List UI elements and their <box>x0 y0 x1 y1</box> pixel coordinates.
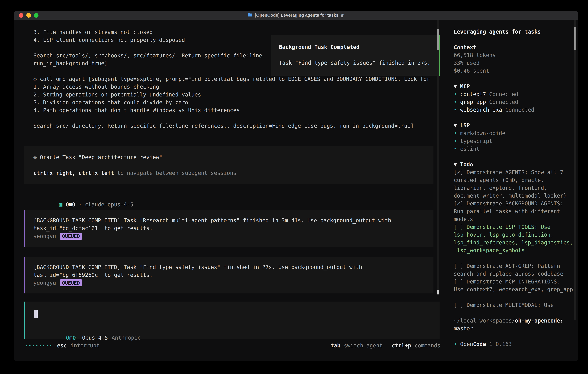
ctrlp-key-label: commands <box>415 342 441 350</box>
workspace-path: ~/local-workspaces/oh-my-opencode: <box>454 317 575 325</box>
context-spent: $0.46 spent <box>454 67 575 75</box>
sidebar-scrollbar-thumb[interactable] <box>574 27 577 50</box>
input-meta-row: OmOOpus 4.5Anthropic <box>34 326 141 334</box>
agent-name: OmO <box>66 201 75 208</box>
minimize-button[interactable] <box>26 13 31 18</box>
todo-section-heading[interactable]: ▼ Todo <box>454 161 575 168</box>
active-agent-label[interactable]: OmO <box>66 335 76 341</box>
prompt-input[interactable]: OmOOpus 4.5Anthropic <box>24 301 440 339</box>
bullet-icon: • <box>454 146 457 152</box>
session-progress-icon: ◐ <box>341 13 345 18</box>
notification-toast[interactable]: Background Task Completed Task "Find typ… <box>271 35 440 76</box>
terminal-window: [OpenCode] Leveraging agents for tasks ◐… <box>14 11 578 361</box>
notification-title: Background Task Completed <box>279 43 431 51</box>
bullet-icon: • <box>454 107 457 113</box>
message-author: yeongyu <box>33 280 56 286</box>
tab-key-label: switch agent <box>344 342 383 350</box>
traffic-lights <box>19 13 39 18</box>
ctrlp-key-hint: ctrl+p <box>392 342 411 350</box>
main-scrollbar-thumb[interactable] <box>437 29 439 50</box>
message-text: [BACKGROUND TASK COMPLETED] Task "Find t… <box>33 263 433 271</box>
session-title: Leveraging agents for tasks <box>454 28 575 36</box>
message-text: task_id="bg_6f59260c" to get results. <box>33 271 433 279</box>
agent-icon: ▣ <box>59 201 62 208</box>
mcp-section-heading[interactable]: ▼ MCP <box>454 83 575 90</box>
text-cursor <box>34 310 38 318</box>
titlebar[interactable]: [OpenCode] Leveraging agents for tasks ◐ <box>14 11 578 20</box>
notification-body: Task "Find type safety issues" finished … <box>279 59 431 67</box>
tab-key-hint: tab <box>331 342 340 350</box>
sidebar: Leveraging agents for tasks Context 66,5… <box>454 20 575 361</box>
main-scrollbar-thumb-bottom[interactable] <box>437 290 439 294</box>
mcp-item: • websearch_exa Connected <box>454 106 575 114</box>
context-heading: Context <box>454 43 575 51</box>
git-branch: master <box>454 325 575 332</box>
esc-key-label: interrupt <box>71 342 100 350</box>
bullet-icon: • <box>454 341 457 347</box>
message-block[interactable]: [BACKGROUND TASK COMPLETED] Task "Resear… <box>24 210 433 247</box>
status-badge: QUEUED <box>60 280 82 286</box>
todo-list: [✓] Demonstrate AGENTS: Show all 7curate… <box>454 168 575 309</box>
provider-label: Anthropic <box>112 335 141 341</box>
window-content: 3. File handles or streams not closed4. … <box>14 20 578 361</box>
active-model-label[interactable]: Opus 4.5 <box>82 335 108 341</box>
message-block[interactable]: [BACKGROUND TASK COMPLETED] Task "Find t… <box>24 257 433 293</box>
window-title: [OpenCode] Leveraging agents for tasks <box>255 13 338 18</box>
agent-header: ▣ OmO · claude-opus-4-5 <box>33 193 133 201</box>
subagent-navigation-hint: ctrl+x right, ctrl+x left to navigate be… <box>33 169 433 177</box>
bullet-icon: • <box>454 91 457 97</box>
app-version: • OpenCode 1.0.163 <box>454 340 575 348</box>
record-icon: ◉ <box>33 154 37 160</box>
folder-icon <box>248 13 252 18</box>
message-text: [BACKGROUND TASK COMPLETED] Task "Resear… <box>33 217 433 224</box>
lsp-section-heading[interactable]: ▼ LSP <box>454 122 575 129</box>
oracle-task-title: ◉ Oracle Task "Deep architecture review" <box>33 154 433 161</box>
message-text: task_id="bg_dcfac161" to get results. <box>33 224 433 232</box>
status-badge: QUEUED <box>60 233 82 240</box>
status-bar: esc interrupt tab switch agent ctrl+p co… <box>14 342 446 350</box>
main-scrollbar-track[interactable] <box>437 20 439 295</box>
maximize-button[interactable] <box>34 13 39 18</box>
context-used: 33% used <box>454 59 575 67</box>
lsp-item: • eslint <box>454 145 575 153</box>
context-tokens: 66,518 tokens <box>454 51 575 59</box>
message-author: yeongyu <box>33 233 56 239</box>
oracle-task-panel[interactable]: ◉ Oracle Task "Deep architecture review"… <box>24 146 433 184</box>
bullet-icon: • <box>454 138 457 144</box>
close-button[interactable] <box>19 13 23 18</box>
mcp-item: • context7 Connected <box>454 90 575 98</box>
lsp-item: • typescript <box>454 137 575 145</box>
esc-key-hint: esc <box>57 342 67 350</box>
spinner-dots-icon <box>26 345 51 346</box>
window-title-group: [OpenCode] Leveraging agents for tasks ◐ <box>248 13 345 18</box>
agent-model: claude-opus-4-5 <box>85 201 133 208</box>
conversation-pane[interactable]: 3. File handles or streams not closed4. … <box>14 20 446 361</box>
lsp-item: • markdown-oxide <box>454 129 575 137</box>
sidebar-scrollbar-track[interactable] <box>574 20 577 320</box>
mcp-item: • grep_app Connected <box>454 98 575 106</box>
bullet-icon: • <box>454 130 457 136</box>
bullet-icon: • <box>454 99 457 105</box>
